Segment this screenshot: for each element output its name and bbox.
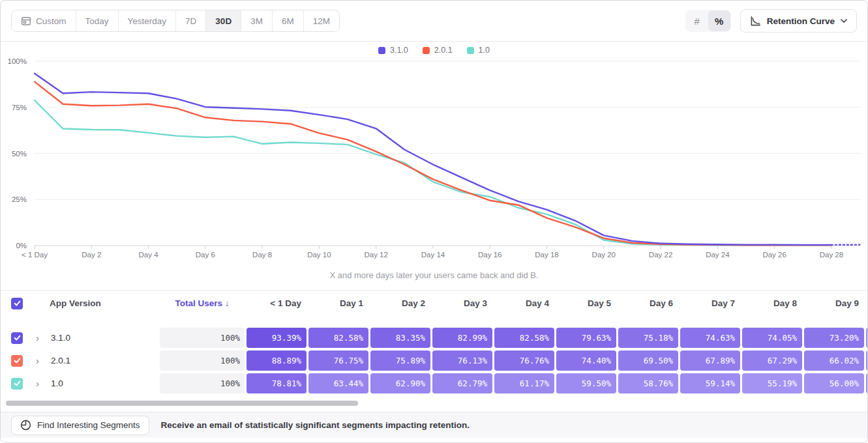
retention-cell[interactable]: 82.99%	[432, 328, 492, 348]
date-range-custom[interactable]: Custom	[12, 10, 76, 31]
retention-cell[interactable]: 75.89%	[370, 350, 430, 371]
date-range-today[interactable]: Today	[76, 10, 118, 31]
format-percentage-button[interactable]: %	[708, 10, 730, 31]
column-header-day-2[interactable]: Day 2	[370, 298, 430, 308]
chart-section: 3.1.02.0.11.0 < 1 DayDay 2Day 4Day 6Day …	[1, 42, 867, 281]
retention-cell[interactable]: 67.89%	[680, 350, 740, 371]
column-header-day-3[interactable]: Day 3	[432, 298, 492, 308]
toolbar: CustomTodayYesterday7D30D3M6M12M #% Rete…	[1, 1, 867, 42]
retention-cell[interactable]: 69.50%	[618, 350, 678, 371]
segments-icon	[20, 420, 31, 431]
x-axis-label: Day 4	[139, 251, 159, 259]
retention-cell[interactable]: 66.02%	[804, 350, 864, 371]
x-axis-label: Day 24	[706, 251, 730, 259]
y-axis-label: 50%	[12, 150, 27, 158]
expand-row-icon[interactable]: ›	[36, 356, 45, 365]
date-range-3m[interactable]: 3M	[241, 10, 272, 31]
row-checkbox[interactable]	[11, 332, 23, 344]
column-header-day-1[interactable]: Day 1	[308, 298, 368, 308]
column-header-day-5[interactable]: Day 5	[556, 298, 616, 308]
retention-cell[interactable]: 88.89%	[247, 350, 307, 371]
total-users-cell[interactable]: 100%	[160, 373, 245, 393]
retention-cell[interactable]: 55.19%	[742, 373, 802, 393]
retention-cell[interactable]: 79.63%	[556, 328, 616, 348]
row-checkbox[interactable]	[11, 378, 23, 390]
chart-type-dropdown[interactable]: Retention Curve	[740, 9, 857, 33]
chart-legend: 3.1.02.0.11.0	[1, 45, 867, 55]
horizontal-scroll-track[interactable]	[1, 395, 867, 412]
series-line-1.0[interactable]	[35, 100, 831, 245]
series-line-2.0.1[interactable]	[35, 81, 831, 245]
find-segments-label: Find Interesting Segments	[37, 420, 140, 430]
retention-cell[interactable]: 59.14%	[680, 373, 740, 393]
expand-row-icon[interactable]: ›	[36, 333, 45, 343]
retention-cell[interactable]: 82.58%	[494, 328, 554, 348]
check-icon	[14, 300, 21, 307]
retention-cell[interactable]: 59.50%	[556, 373, 616, 393]
total-users-cell[interactable]: 100%	[160, 328, 245, 348]
retention-cell[interactable]: 83.35%	[370, 328, 430, 348]
y-axis-label: 100%	[8, 57, 27, 65]
retention-cell[interactable]: 56.00%	[804, 373, 864, 393]
legend-item[interactable]: 3.1.0	[378, 46, 408, 55]
retention-cell[interactable]: 76.75%	[308, 350, 368, 371]
legend-swatch	[423, 47, 430, 54]
retention-report: CustomTodayYesterday7D30D3M6M12M #% Rete…	[0, 0, 868, 443]
footer-bar: Find Interesting Segments Receive an ema…	[1, 412, 867, 438]
format-absolute-button[interactable]: #	[686, 10, 708, 31]
chart-type-label: Retention Curve	[767, 16, 835, 26]
find-interesting-segments-button[interactable]: Find Interesting Segments	[11, 416, 149, 435]
x-axis-label: Day 26	[762, 251, 786, 259]
retention-cell[interactable]: 74.40%	[556, 350, 616, 371]
date-range-yesterday[interactable]: Yesterday	[118, 10, 176, 31]
retention-cell[interactable]: 62.79%	[432, 373, 492, 393]
select-all-checkbox[interactable]	[11, 298, 23, 309]
retention-cell[interactable]: 62.90%	[370, 373, 430, 393]
date-range-30d[interactable]: 30D	[205, 10, 241, 31]
retention-cell[interactable]: 74.63%	[680, 328, 740, 348]
table-row-2.0.1: ›2.0.1100%88.89%76.75%75.89%76.13%76.76%…	[1, 349, 868, 372]
retention-cell[interactable]: 76.76%	[494, 350, 554, 371]
footer-message: Receive an email of statistically signif…	[161, 420, 470, 430]
retention-cell[interactable]: 93.39%	[247, 328, 307, 348]
legend-item[interactable]: 2.0.1	[423, 46, 453, 55]
x-axis-label: Day 22	[649, 251, 672, 259]
date-range-6m[interactable]: 6M	[272, 10, 303, 31]
retention-cell[interactable]: 73.20%	[804, 328, 864, 348]
x-axis-label: Day 6	[196, 251, 215, 259]
chart-caption: X and more days later your users came ba…	[1, 270, 867, 281]
row-checkbox[interactable]	[11, 355, 23, 367]
date-range-group: CustomTodayYesterday7D30D3M6M12M	[11, 10, 340, 32]
series-line-3.1.0[interactable]	[35, 74, 831, 245]
retention-cell[interactable]: 76.13%	[432, 350, 492, 371]
retention-cell[interactable]: 63.44%	[308, 373, 368, 393]
date-range-12m[interactable]: 12M	[303, 10, 339, 31]
legend-item[interactable]: 1.0	[467, 46, 490, 55]
toolbar-right: #% Retention Curve	[685, 9, 857, 33]
column-header-day-9[interactable]: Day 9	[804, 298, 864, 308]
column-header-total-users[interactable]: Total Users ↓	[160, 298, 245, 308]
column-header--1-day[interactable]: < 1 Day	[247, 298, 307, 308]
legend-swatch	[378, 47, 385, 54]
total-users-cell[interactable]: 100%	[160, 350, 245, 371]
date-range-7d[interactable]: 7D	[175, 10, 205, 31]
retention-cell[interactable]: 75.18%	[618, 328, 678, 348]
row-label: 1.0	[51, 379, 63, 388]
expand-row-icon[interactable]: ›	[36, 379, 45, 388]
horizontal-scroll-thumb[interactable]	[6, 401, 358, 406]
retention-cell[interactable]: 74.05%	[742, 328, 802, 348]
retention-cell[interactable]: 78.81%	[247, 373, 307, 393]
row-label: 2.0.1	[51, 356, 70, 365]
column-header-app-version[interactable]: App Version	[31, 298, 160, 308]
retention-cell[interactable]: 82.58%	[308, 328, 368, 348]
column-header-day-8[interactable]: Day 8	[742, 298, 802, 308]
column-header-day-7[interactable]: Day 7	[680, 298, 740, 308]
column-header-day-6[interactable]: Day 6	[618, 298, 678, 308]
retention-cell[interactable]: 61.17%	[494, 373, 554, 393]
retention-cell[interactable]: 67.29%	[742, 350, 802, 371]
table-row-3.1.0: ›3.1.0100%93.39%82.58%83.35%82.99%82.58%…	[1, 326, 868, 349]
retention-chart[interactable]: < 1 DayDay 2Day 4Day 6Day 8Day 10Day 12D…	[1, 57, 868, 263]
y-axis-label: 75%	[12, 104, 27, 111]
retention-cell[interactable]: 58.76%	[618, 373, 678, 393]
column-header-day-4[interactable]: Day 4	[494, 298, 554, 308]
